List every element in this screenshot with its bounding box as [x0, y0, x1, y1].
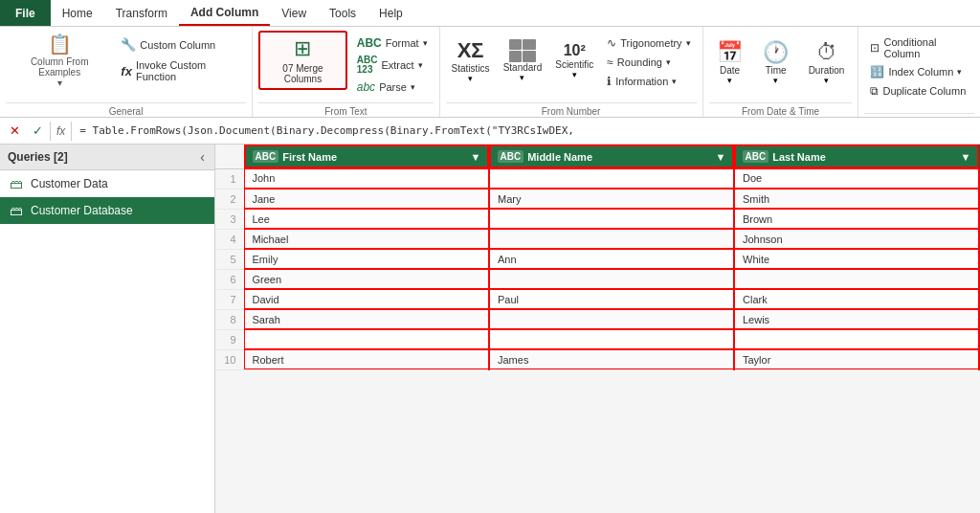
first-name-cell: Green [244, 269, 489, 289]
sidebar-collapse-button[interactable]: ‹ [198, 149, 207, 165]
table-row: 6 Green [215, 269, 979, 289]
confirm-formula-button[interactable]: ✓ [27, 121, 48, 142]
middle-name-cell [489, 209, 734, 229]
duplicate-column-button[interactable]: ⧉ Duplicate Column [864, 82, 974, 100]
date-button[interactable]: 📅 Date ▾ [709, 34, 751, 90]
row-number: 1 [215, 168, 244, 189]
col-dropdown-icon[interactable]: ▼ [961, 151, 971, 163]
information-button[interactable]: ℹ Information▾ [601, 73, 696, 90]
menu-home[interactable]: Home [51, 0, 104, 26]
data-table: ABC First Name ▼ ABC Middle Name ▼ [215, 145, 980, 370]
last-name-cell: Clark [734, 289, 979, 309]
ribbon-general-group: 📋 Column From Examples ▾ 🔧 Custom Column… [0, 27, 253, 117]
duration-button[interactable]: ⏱ Duration ▾ [801, 34, 853, 90]
row-number: 6 [215, 269, 244, 289]
last-name-cell: Taylor [734, 349, 979, 369]
ribbon-index-group: ⊡ Conditional Column 🔢 Index Column▾ ⧉ D… [858, 27, 980, 117]
scientific-button[interactable]: 10² Scientific ▾ [549, 31, 599, 90]
first-name-cell [244, 329, 489, 349]
table-row: 1 John Doe [215, 168, 979, 189]
sidebar: Queries [2] ‹ 🗃 Customer Data 🗃 Customer… [0, 145, 215, 513]
first-name-column-header[interactable]: ABC First Name ▼ [244, 145, 489, 168]
col-dropdown-icon[interactable]: ▼ [471, 151, 481, 163]
fx-label: fx [50, 122, 72, 141]
menu-tools[interactable]: Tools [318, 0, 368, 26]
middle-name-cell: Paul [489, 289, 734, 309]
first-name-cell: Emily [244, 249, 489, 269]
row-number: 8 [215, 309, 244, 329]
sidebar-header: Queries [2] ‹ [0, 145, 214, 170]
custom-column-button[interactable]: 🔧 Custom Column [115, 34, 246, 55]
col-dropdown-icon[interactable]: ▼ [716, 151, 726, 163]
last-name-cell: Lewis [734, 309, 979, 329]
middle-name-cell: Ann [489, 249, 734, 269]
first-name-cell: Lee [244, 209, 489, 229]
middle-name-column-header[interactable]: ABC Middle Name ▼ [489, 145, 734, 168]
first-name-cell: John [244, 168, 489, 189]
last-name-cell: Doe [734, 168, 979, 189]
col-from-examples-button[interactable]: 📋 Column From Examples ▾ [6, 31, 113, 90]
standard-button[interactable]: Standard ▾ [498, 31, 548, 90]
menu-transform[interactable]: Transform [104, 0, 179, 26]
row-number: 10 [215, 349, 244, 369]
extract-button[interactable]: ABC123 Extract▾ [351, 54, 434, 77]
ribbon-from-number-group: XΣ Statistics ▾ Standard ▾ 10² Scientifi… [440, 27, 703, 117]
file-menu[interactable]: File [0, 0, 51, 26]
table-icon: 🗃 [10, 176, 23, 191]
col-type-icon: ABC [743, 150, 769, 163]
formula-bar: ✕ ✓ fx [0, 118, 980, 145]
parse-button[interactable]: abc Parse▾ [351, 78, 434, 96]
middle-name-cell [489, 269, 734, 289]
last-name-cell: Brown [734, 209, 979, 229]
middle-name-cell: Mary [489, 189, 734, 209]
format-button[interactable]: ABC Format▾ [351, 34, 434, 52]
menu-add-column[interactable]: Add Column [179, 0, 270, 26]
menu-view[interactable]: View [270, 0, 318, 26]
last-name-column-header[interactable]: ABC Last Name ▼ [734, 145, 979, 168]
trigonometry-button[interactable]: ∿ Trigonometry▾ [601, 34, 696, 52]
from-date-group-label: From Date & Time [709, 102, 853, 117]
cancel-formula-button[interactable]: ✕ [4, 121, 25, 142]
sidebar-item-customer-data[interactable]: 🗃 Customer Data [0, 170, 214, 197]
table-row: 9 [215, 329, 979, 349]
last-name-cell: White [734, 249, 979, 269]
first-name-cell: Robert [244, 349, 489, 369]
index-column-button[interactable]: 🔢 Index Column▾ [864, 63, 974, 80]
rounding-button[interactable]: ≈ Rounding▾ [601, 54, 696, 71]
row-number: 3 [215, 209, 244, 229]
row-number: 5 [215, 249, 244, 269]
table-row: 10 Robert James Taylor [215, 349, 979, 369]
middle-name-cell [489, 229, 734, 249]
first-name-cell: Sarah [244, 309, 489, 329]
menu-help[interactable]: Help [368, 0, 414, 26]
conditional-column-button[interactable]: ⊡ Conditional Column [864, 34, 974, 61]
last-name-cell [734, 329, 979, 349]
sidebar-item-customer-database[interactable]: 🗃 Customer Database [0, 197, 214, 224]
last-name-cell: Smith [734, 189, 979, 209]
last-name-cell [734, 269, 979, 289]
first-name-cell: David [244, 289, 489, 309]
merge-columns-button[interactable]: ⊞ 07 Merge Columns [258, 31, 347, 90]
statistics-button[interactable]: XΣ Statistics ▾ [446, 31, 496, 90]
first-name-cell: Jane [244, 189, 489, 209]
ribbon-from-text-group: ⊞ 07 Merge Columns ABC Format▾ ABC123 Ex… [253, 27, 439, 117]
invoke-custom-function-button[interactable]: fx Invoke Custom Function [115, 56, 246, 85]
ribbon-from-date-group: 📅 Date ▾ 🕐 Time ▾ ⏱ Duration ▾ From Date… [703, 27, 859, 117]
data-area: ABC First Name ▼ ABC Middle Name ▼ [215, 145, 980, 513]
formula-input[interactable] [74, 121, 976, 142]
middle-name-cell [489, 168, 734, 189]
middle-name-cell [489, 329, 734, 349]
table-row: 4 Michael Johnson [215, 229, 979, 249]
first-name-cell: Michael [244, 229, 489, 249]
general-group-label: General [6, 102, 246, 117]
row-num-header [215, 145, 244, 168]
row-number: 7 [215, 289, 244, 309]
row-number: 9 [215, 329, 244, 349]
time-button[interactable]: 🕐 Time ▾ [755, 34, 797, 90]
row-number: 4 [215, 229, 244, 249]
middle-name-cell: James [489, 349, 734, 369]
col-type-icon: ABC [498, 150, 524, 163]
middle-name-cell [489, 309, 734, 329]
table-row: 8 Sarah Lewis [215, 309, 979, 329]
table-icon-active: 🗃 [10, 203, 23, 218]
